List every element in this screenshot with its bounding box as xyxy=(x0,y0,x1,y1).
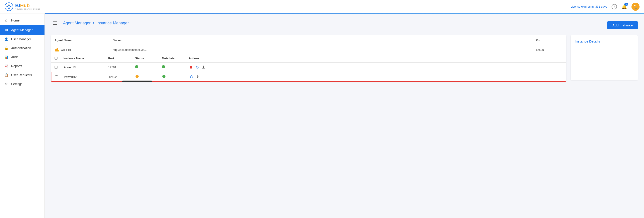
col-instance-status: Status xyxy=(135,57,162,60)
col-agent-name: Agent Name xyxy=(54,39,113,42)
instance-name-1: Power_BI xyxy=(64,66,108,69)
agent-name-cell: CIT PBI xyxy=(54,48,113,52)
sidebar-label-agent-manager: Agent Manager xyxy=(11,28,33,32)
notification-button[interactable]: 🔔 10 xyxy=(622,4,627,10)
instance-checkbox-1[interactable] xyxy=(54,66,58,69)
metadata-dot-green-2 xyxy=(162,75,166,78)
stop-icon xyxy=(189,65,193,69)
breadcrumb-separator: > xyxy=(92,21,95,26)
svg-rect-11 xyxy=(57,48,58,52)
svg-rect-13 xyxy=(190,66,192,69)
col-instance-actions: Actions xyxy=(189,57,216,60)
svg-rect-10 xyxy=(56,49,57,52)
sidebar-item-audit[interactable]: 📊 Audit xyxy=(0,53,44,62)
user-requests-icon: 📋 xyxy=(4,73,8,77)
authentication-pending-tooltip: Authentication Pending xyxy=(122,81,152,82)
col-checkbox-header xyxy=(54,57,64,60)
license-text: License expires in: 331 days xyxy=(570,5,607,8)
app-body: ⌂ Home ⊞ Agent Manager 👤 User Manager 🔒 … xyxy=(0,14,644,218)
logo-bi: BI xyxy=(15,3,20,8)
col-port: Port xyxy=(536,39,562,42)
svg-line-7 xyxy=(9,7,11,8)
agent-manager-icon: ⊞ xyxy=(4,28,8,32)
menu-line-2 xyxy=(53,23,57,23)
sidebar-item-reports[interactable]: 📈 Reports xyxy=(0,62,44,71)
breadcrumb: Agent Manager > Instance Manager xyxy=(51,20,129,27)
logo-hub: Hub xyxy=(20,3,30,8)
panel-area: Agent Name Server Port xyxy=(51,35,638,82)
agent-name: CIT PBI xyxy=(61,48,71,52)
instance-checkbox-2[interactable] xyxy=(55,75,58,78)
details-panel-title: Instance Details xyxy=(575,39,634,46)
instance-actions-2 xyxy=(189,75,216,79)
instance-actions-1 xyxy=(189,65,216,69)
reports-icon: 📈 xyxy=(4,64,8,68)
sidebar-item-home[interactable]: ⌂ Home xyxy=(0,16,44,25)
sidebar-item-agent-manager[interactable]: ⊞ Agent Manager xyxy=(0,25,44,35)
details-panel: Instance Details xyxy=(571,35,638,80)
download-icon-2 xyxy=(196,75,200,79)
notification-badge: 10 xyxy=(624,3,628,6)
instance-row-powerbi2: PowerBI2 12502 Authentication Pending xyxy=(51,72,566,82)
menu-line-1 xyxy=(53,22,57,22)
svg-rect-12 xyxy=(58,50,59,52)
refresh-button-2[interactable] xyxy=(189,75,194,79)
svg-line-5 xyxy=(7,5,9,7)
col-instance-name: Instance Name xyxy=(64,57,108,60)
stop-button-1[interactable] xyxy=(189,65,193,69)
sidebar-item-user-requests[interactable]: 📋 User Requests xyxy=(0,71,44,79)
sidebar-label-user-requests: User Requests xyxy=(11,73,32,77)
col-instance-metadata: Metadata xyxy=(162,57,189,60)
instance-metadata-2 xyxy=(162,75,189,79)
sidebar-label-reports: Reports xyxy=(11,64,22,68)
authentication-icon: 🔒 xyxy=(4,46,8,50)
home-icon: ⌂ xyxy=(4,18,8,22)
sidebar-item-settings[interactable]: ⚙ Settings xyxy=(0,79,44,88)
download-button-2[interactable] xyxy=(196,75,200,79)
instance-row-power-bi: Power_BI 12501 xyxy=(51,63,566,72)
user-manager-icon: 👤 xyxy=(4,37,8,41)
svg-rect-9 xyxy=(55,49,56,52)
instance-column-headers: Instance Name Port Status Metadata Actio… xyxy=(51,54,566,63)
instance-status-2: Authentication Pending xyxy=(136,75,162,79)
sidebar-item-user-manager[interactable]: 👤 User Manager xyxy=(0,35,44,44)
instance-port-2: 12502 xyxy=(109,75,136,79)
svg-line-8 xyxy=(7,7,9,8)
hamburger-button[interactable] xyxy=(51,20,59,27)
logo-area: BIHub YOUR BI SEARCH ENGINE xyxy=(4,2,49,11)
col-instance-port: Port xyxy=(108,57,135,60)
menu-line-3 xyxy=(53,24,57,25)
refresh-icon xyxy=(196,65,199,69)
agent-data-row: CIT PBI http://solutionsinstest.vis... 1… xyxy=(51,45,566,54)
logo-text: BIHub YOUR BI SEARCH ENGINE xyxy=(15,3,40,10)
status-tooltip-container: Authentication Pending xyxy=(136,75,139,78)
top-header: BIHub YOUR BI SEARCH ENGINE License expi… xyxy=(0,0,644,14)
settings-icon: ⚙ xyxy=(4,82,8,86)
select-all-checkbox[interactable] xyxy=(54,57,58,60)
instance-checkbox-cell-1 xyxy=(54,66,64,69)
main-content: Agent Manager > Instance Manager Add Ins… xyxy=(45,14,644,218)
instance-name-2: PowerBI2 xyxy=(64,75,109,79)
refresh-icon-2 xyxy=(190,75,193,79)
download-button-1[interactable] xyxy=(201,65,206,69)
instance-checkbox-cell-2 xyxy=(55,75,64,78)
svg-line-6 xyxy=(9,5,11,7)
logo-subtitle: YOUR BI SEARCH ENGINE xyxy=(15,8,40,10)
content-inner: Agent Manager > Instance Manager Add Ins… xyxy=(45,14,644,87)
refresh-button-1[interactable] xyxy=(195,65,200,69)
status-dot-yellow-2 xyxy=(136,75,139,78)
breadcrumb-parent[interactable]: Agent Manager xyxy=(63,21,90,26)
col-server: Server xyxy=(113,39,536,42)
sidebar-label-user-manager: User Manager xyxy=(11,37,31,41)
sidebar-label-settings: Settings xyxy=(11,82,22,86)
help-button[interactable]: ? xyxy=(612,4,617,10)
add-instance-button[interactable]: Add Instance xyxy=(607,21,638,29)
sidebar-label-authentication: Authentication xyxy=(11,46,31,50)
sidebar-label-home: Home xyxy=(11,19,20,22)
audit-icon: 📊 xyxy=(4,55,8,59)
brand-logo-small: BIHub xyxy=(632,3,640,11)
logo-icon xyxy=(4,2,14,11)
sidebar-item-authentication[interactable]: 🔒 Authentication xyxy=(0,44,44,53)
agent-server: http://solutionsinstest.vis... xyxy=(113,48,536,52)
instance-metadata-1 xyxy=(162,65,189,69)
